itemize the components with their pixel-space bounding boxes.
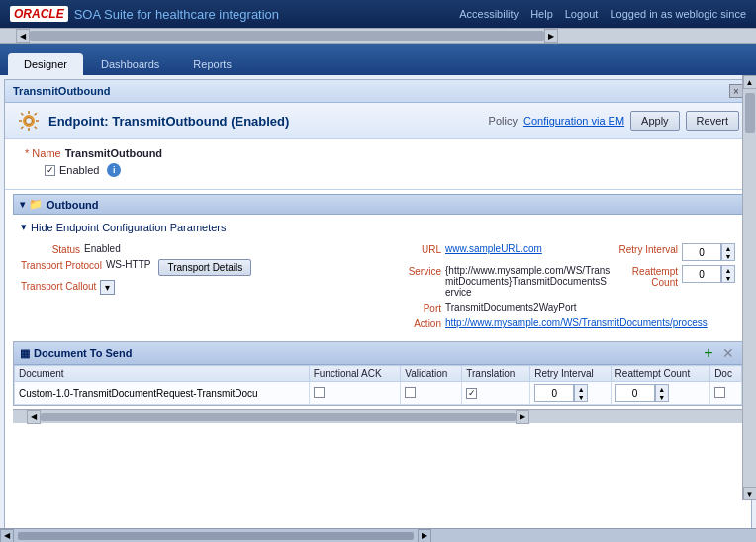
cell-retry-interval: 0 ▲ ▼ xyxy=(530,382,611,405)
page-bottom-scrollbar[interactable]: ◀ ▶ xyxy=(0,528,756,542)
panel: TransmitOutbound × Endpoint: TransmitOut… xyxy=(4,79,752,538)
reattempt-count-up[interactable]: ▲ xyxy=(722,266,734,274)
url-row: URL www.sampleURL.com Retry Interval 0 ▲… xyxy=(382,243,735,261)
retry-interval-down[interactable]: ▼ xyxy=(722,252,734,260)
row-reattempt-down[interactable]: ▼ xyxy=(656,393,668,401)
row-retry-down[interactable]: ▼ xyxy=(575,393,587,401)
policy-label: Policy xyxy=(489,115,518,127)
oracle-logo: ORACLE xyxy=(10,6,68,22)
panel-close-button[interactable]: × xyxy=(729,84,743,98)
transport-details-button[interactable]: Transport Details xyxy=(158,259,251,276)
outbound-toggle[interactable]: ▾ xyxy=(20,199,25,210)
col-translation: Translation xyxy=(462,366,530,382)
doc-table-icon: ▦ xyxy=(20,347,30,360)
app-title: SOA Suite for healthcare integration xyxy=(74,7,279,22)
functional-ack-checkbox[interactable] xyxy=(314,387,325,398)
row-reattempt-input[interactable]: 0 xyxy=(615,384,655,402)
enabled-checkbox[interactable] xyxy=(45,165,55,176)
name-value: TransmitOutbound xyxy=(65,147,162,159)
left-params: Status Enabled Transport Protocol WS-HTT… xyxy=(21,243,374,329)
revert-button[interactable]: Revert xyxy=(686,111,739,131)
policy-link[interactable]: Configuration via EM xyxy=(523,115,624,127)
top-header: ORACLE SOA Suite for healthcare integrat… xyxy=(0,0,756,28)
port-label: Port xyxy=(382,302,441,314)
col-reattempt-count: Reattempt Count xyxy=(611,366,710,382)
enabled-info-icon[interactable]: i xyxy=(107,163,121,177)
inner-hscroll-thumb[interactable] xyxy=(41,413,516,421)
row-retry-up[interactable]: ▲ xyxy=(575,385,587,393)
doc-section-header: ▦ Document To Send + ✕ xyxy=(14,342,742,365)
status-row: Status Enabled xyxy=(21,243,374,255)
add-doc-button[interactable]: + xyxy=(701,345,716,361)
reattempt-count-input[interactable]: 0 xyxy=(682,265,721,283)
cell-reattempt-count: 0 ▲ ▼ xyxy=(611,382,710,405)
col-retry-interval: Retry Interval xyxy=(530,366,611,382)
status-value: Enabled xyxy=(84,243,121,254)
horizontal-scrollbar[interactable]: ◀ ▶ xyxy=(0,28,756,44)
row-retry-interval-spinner[interactable]: ▲ ▼ xyxy=(574,384,588,402)
cell-doc xyxy=(710,382,742,405)
url-value[interactable]: www.sampleURL.com xyxy=(445,243,542,254)
scroll-right-arrow[interactable]: ▶ xyxy=(544,29,558,43)
vscroll-thumb[interactable] xyxy=(745,93,755,133)
row-reattempt-up[interactable]: ▲ xyxy=(656,385,668,393)
action-row: Action http://www.mysample.com/WS/Transm… xyxy=(382,317,735,329)
logout-link[interactable]: Logout xyxy=(565,8,599,20)
tab-designer[interactable]: Designer xyxy=(8,53,83,75)
panel-title: TransmitOutbound xyxy=(13,85,110,97)
gear-icon xyxy=(17,109,41,133)
transport-callout-dropdown[interactable]: ▾ xyxy=(100,280,115,295)
retry-interval-up[interactable]: ▲ xyxy=(722,244,734,252)
cell-document: Custom-1.0-TransmitDocumentRequest-Trans… xyxy=(15,382,310,405)
page-hscroll-thumb[interactable] xyxy=(18,532,414,540)
tab-reports[interactable]: Reports xyxy=(177,53,247,75)
col-document: Document xyxy=(15,366,310,382)
delete-doc-button[interactable]: ✕ xyxy=(720,345,736,361)
reattempt-count-down[interactable]: ▼ xyxy=(722,274,734,282)
row-reattempt-spinner[interactable]: ▲ ▼ xyxy=(655,384,669,402)
transport-callout-row: Transport Callout ▾ xyxy=(21,280,374,295)
folder-icon: 📁 xyxy=(29,198,43,211)
action-value[interactable]: http://www.mysample.com/WS/TransmitDocum… xyxy=(445,317,708,328)
doc-checkbox[interactable] xyxy=(714,387,725,398)
url-label: URL xyxy=(382,243,441,255)
endpoint-title: Endpoint: TransmitOutbound (Enabled) xyxy=(48,114,289,129)
validation-checkbox[interactable] xyxy=(405,387,416,398)
help-link[interactable]: Help xyxy=(530,8,553,20)
translation-checkbox[interactable] xyxy=(466,388,477,399)
page-scroll-right[interactable]: ▶ xyxy=(418,529,431,543)
port-row: Port TransmitDocuments2WayPort xyxy=(382,302,735,314)
transport-protocol-row: Transport Protocol WS-HTTP Transport Det… xyxy=(21,259,374,276)
retry-interval-input[interactable]: 0 xyxy=(682,243,721,261)
vscroll-up[interactable]: ▲ xyxy=(743,75,757,89)
vscroll-down[interactable]: ▼ xyxy=(743,487,757,500)
hide-params-header[interactable]: ▾ Hide Endpoint Configuration Parameters xyxy=(13,219,743,235)
service-label: Service xyxy=(382,265,441,277)
doc-title: ▦ Document To Send xyxy=(20,347,132,360)
inner-scroll-right[interactable]: ▶ xyxy=(516,410,529,424)
accessibility-link[interactable]: Accessibility xyxy=(459,8,519,20)
vertical-scrollbar[interactable]: ▲ ▼ xyxy=(742,75,756,500)
row-retry-interval-input[interactable]: 0 xyxy=(534,384,574,402)
col-functional-ack: Functional ACK xyxy=(309,366,401,382)
form-area: * Name TransmitOutbound Enabled i xyxy=(5,139,751,190)
page-scroll-left[interactable]: ◀ xyxy=(0,529,14,543)
apply-button[interactable]: Apply xyxy=(630,111,680,131)
enabled-checkbox-row: Enabled i xyxy=(45,163,121,177)
hscroll-thumb[interactable] xyxy=(30,31,544,41)
subsection-toggle[interactable]: ▾ xyxy=(21,221,27,233)
svg-point-0 xyxy=(26,118,33,125)
reattempt-count-spinner[interactable]: ▲ ▼ xyxy=(721,265,735,283)
tab-dashboards[interactable]: Dashboards xyxy=(85,53,175,75)
inner-horizontal-scrollbar[interactable]: ◀ ▶ xyxy=(13,409,743,423)
retry-interval-spinner[interactable]: ▲ ▼ xyxy=(721,243,735,261)
reattempt-count-label: Reattempt Count xyxy=(618,265,678,288)
service-row: Service {http://www.mysample.com/WS/Tran… xyxy=(382,265,735,298)
enabled-label: Enabled xyxy=(59,164,99,176)
doc-table-body: Custom-1.0-TransmitDocumentRequest-Trans… xyxy=(15,382,742,405)
col-validation: Validation xyxy=(401,366,462,382)
inner-scroll-left[interactable]: ◀ xyxy=(27,410,41,424)
header-links: Accessibility Help Logout Logged in as w… xyxy=(459,8,746,20)
main-content: TransmitOutbound × Endpoint: TransmitOut… xyxy=(0,75,756,542)
scroll-left-arrow[interactable]: ◀ xyxy=(16,29,30,43)
